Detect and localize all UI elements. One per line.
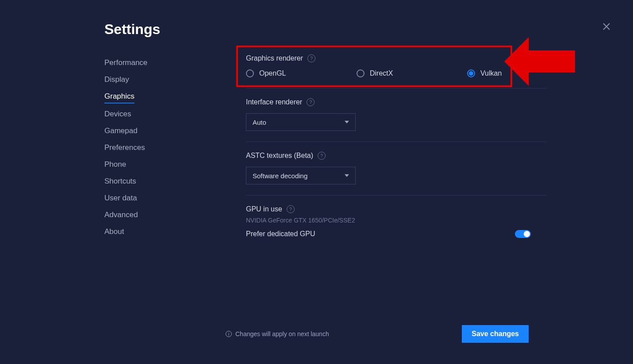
info-icon: i (226, 331, 232, 337)
interface-renderer-label: Interface renderer (246, 98, 302, 106)
radio-circle-icon (357, 69, 364, 77)
sidebar-item-phone[interactable]: Phone (104, 156, 126, 173)
gpu-section: GPU in use ? NVIDIA GeForce GTX 1650/PCI… (246, 205, 547, 249)
sidebar-item-graphics[interactable]: Graphics (104, 88, 134, 103)
chevron-down-icon (345, 121, 349, 123)
sidebar-item-about[interactable]: About (104, 223, 124, 240)
gpu-info-text: NVIDIA GeForce GTX 1650/PCIe/SSE2 (246, 217, 547, 224)
sidebar-item-performance[interactable]: Performance (104, 54, 147, 71)
save-changes-button[interactable]: Save changes (462, 325, 529, 343)
radio-vulkan[interactable]: Vulkan (467, 69, 502, 77)
graphics-renderer-section: Graphics renderer ? OpenGL DirectX Vulka… (246, 54, 547, 88)
astc-label: ASTC textures (Beta) (246, 152, 313, 160)
page-title: Settings (104, 21, 615, 38)
gpu-label: GPU in use (246, 205, 282, 213)
help-icon[interactable]: ? (307, 98, 315, 106)
prefer-dedicated-gpu-toggle[interactable] (515, 230, 531, 238)
dropdown-value: Software decoding (253, 172, 307, 180)
radio-label: DirectX (370, 69, 393, 77)
sidebar-item-devices[interactable]: Devices (104, 106, 131, 123)
radio-circle-selected-icon (467, 69, 475, 77)
help-icon[interactable]: ? (287, 205, 295, 213)
sidebar-item-advanced[interactable]: Advanced (104, 207, 138, 223)
graphics-renderer-label: Graphics renderer (246, 54, 303, 62)
dropdown-value: Auto (253, 119, 266, 126)
main-panel: Graphics renderer ? OpenGL DirectX Vulka… (246, 54, 547, 258)
help-icon[interactable]: ? (318, 152, 326, 160)
chevron-down-icon (345, 174, 349, 177)
astc-dropdown[interactable]: Software decoding (246, 167, 356, 184)
sidebar-item-shortcuts[interactable]: Shortcuts (104, 173, 136, 190)
sidebar-item-display[interactable]: Display (104, 71, 129, 88)
interface-renderer-dropdown[interactable]: Auto (246, 113, 356, 131)
radio-label: OpenGL (259, 69, 286, 77)
radio-label: Vulkan (480, 69, 502, 77)
footer-note: i Changes will apply on next launch (226, 330, 329, 337)
sidebar-item-preferences[interactable]: Preferences (104, 139, 145, 156)
radio-directx[interactable]: DirectX (357, 69, 467, 77)
annotation-highlight-box (236, 46, 512, 87)
footer-note-text: Changes will apply on next launch (235, 330, 329, 337)
help-icon[interactable]: ? (307, 54, 315, 62)
prefer-dedicated-gpu-label: Prefer dedicated GPU (246, 230, 315, 238)
astc-section: ASTC textures (Beta) ? Software decoding (246, 152, 547, 195)
toggle-knob (524, 231, 530, 237)
radio-opengl[interactable]: OpenGL (246, 69, 357, 77)
radio-circle-icon (246, 69, 254, 77)
sidebar: Performance Display Graphics Devices Gam… (104, 54, 166, 258)
sidebar-item-gamepad[interactable]: Gamepad (104, 123, 138, 139)
sidebar-item-user-data[interactable]: User data (104, 190, 137, 207)
interface-renderer-section: Interface renderer ? Auto (246, 98, 547, 142)
